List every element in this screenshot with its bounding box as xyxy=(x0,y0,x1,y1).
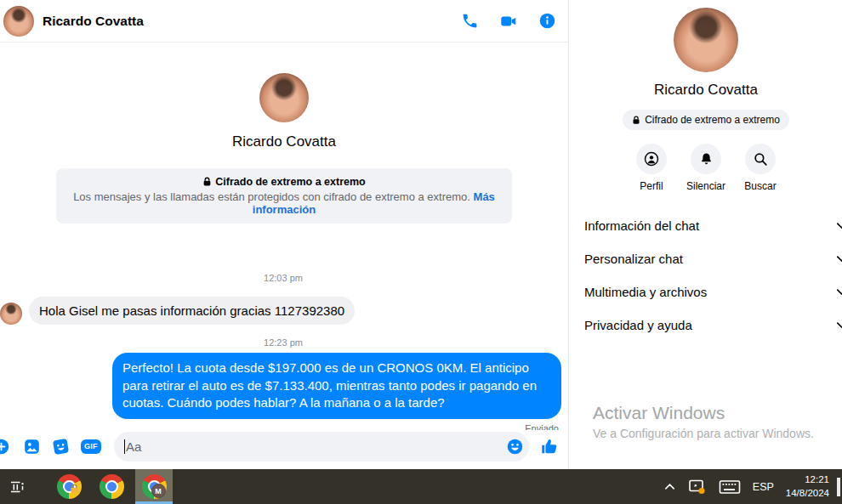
message-timestamp: 12:23 pm xyxy=(264,337,303,348)
windows-activation-watermark: Activar Windows Ve a Configuración para … xyxy=(593,403,814,440)
search-icon xyxy=(745,144,776,174)
video-call-icon xyxy=(499,12,518,31)
sticker-icon[interactable] xyxy=(52,438,70,456)
action-label: Silenciar xyxy=(686,180,725,192)
outgoing-message-bubble: Perfecto! La cuota desde $197.000 es de … xyxy=(112,353,561,419)
chat-header: Ricardo Covatta xyxy=(0,0,568,42)
open-more-actions-button[interactable] xyxy=(0,438,10,456)
show-desktop-button[interactable] xyxy=(837,478,840,496)
conversation-info-button[interactable] xyxy=(538,12,556,30)
chevron-down-icon xyxy=(835,252,842,265)
chat-title: Ricardo Covatta xyxy=(43,14,144,29)
action-label: Buscar xyxy=(744,180,776,192)
chevron-down-icon xyxy=(835,319,842,331)
profile-icon xyxy=(636,144,667,174)
contact-name: Ricardo Covatta xyxy=(232,133,336,150)
gif-picker-button[interactable]: GIF xyxy=(81,439,101,454)
info-menu: Información del chat Personalizar chat M… xyxy=(570,209,842,342)
messenger-app-window: Ricardo Covatta xyxy=(0,0,842,504)
encryption-badge-label: Cifrado de extremo a extremo xyxy=(645,114,780,126)
taskbar-chrome-profile2[interactable] xyxy=(93,469,130,504)
video-call-button[interactable] xyxy=(499,12,518,31)
tray-display-notification[interactable] xyxy=(682,469,713,504)
emoji-picker-icon[interactable] xyxy=(506,438,524,456)
menu-item-customize-chat[interactable]: Personalizar chat xyxy=(570,242,842,275)
lock-icon xyxy=(632,116,640,125)
chat-pane: Ricardo Covatta xyxy=(0,0,569,469)
menu-item-label: Privacidad y ayuda xyxy=(584,318,692,332)
profile-avatar xyxy=(674,8,738,72)
encryption-description: Los mensajes y las llamadas están proteg… xyxy=(73,190,470,203)
chrome-icon: M xyxy=(142,474,167,499)
clock-widget[interactable]: 12:21 14/8/2024 xyxy=(780,473,837,500)
search-action-button[interactable]: Buscar xyxy=(733,144,788,192)
chat-header-actions xyxy=(461,12,556,31)
phone-icon xyxy=(461,12,479,30)
menu-item-label: Personalizar chat xyxy=(584,252,683,266)
windows-taskbar: M ESP 12:21 14/8/2024 xyxy=(0,469,842,504)
mute-action-button[interactable]: Silenciar xyxy=(679,144,733,192)
menu-item-privacy-help[interactable]: Privacidad y ayuda xyxy=(570,309,842,342)
action-label: Perfil xyxy=(640,180,663,192)
menu-item-label: Información del chat xyxy=(584,218,699,233)
chevron-up-icon xyxy=(663,480,676,493)
tray-expand-button[interactable] xyxy=(657,469,682,504)
contact-avatar-large xyxy=(259,73,309,122)
watermark-subtitle: Ve a Configuración para activar Windows. xyxy=(593,427,814,440)
clock-time: 12:21 xyxy=(786,473,829,487)
touch-keyboard-icon[interactable] xyxy=(713,469,747,504)
message-status: Enviado xyxy=(525,423,561,430)
language-indicator[interactable]: ESP xyxy=(747,469,780,504)
contact-avatar xyxy=(3,6,34,37)
encryption-notice: Cifrado de extremo a extremo Los mensaje… xyxy=(56,168,512,224)
sender-avatar-small xyxy=(0,303,22,325)
info-icon xyxy=(538,12,556,30)
attach-photo-icon[interactable] xyxy=(23,438,41,456)
message-list: 12:03 pm Hola Gisel me pasas información… xyxy=(0,224,568,430)
mute-bell-icon xyxy=(691,144,721,174)
message-input[interactable] xyxy=(125,439,506,454)
profile-name: Ricardo Covatta xyxy=(654,82,758,99)
encryption-badge[interactable]: Cifrado de extremo a extremo xyxy=(623,110,789,130)
profile-actions: Perfil Silenciar Buscar xyxy=(624,144,788,192)
send-like-button[interactable] xyxy=(540,437,559,456)
taskbar-messenger-app-active[interactable]: M xyxy=(135,469,173,504)
chrome-icon xyxy=(57,474,82,499)
start-button[interactable] xyxy=(4,469,33,504)
incoming-message-row: Hola Gisel me pasas información gracias … xyxy=(5,297,561,325)
lock-icon xyxy=(202,177,212,187)
menu-item-label: Multimedia y archivos xyxy=(584,285,707,299)
message-input-container[interactable] xyxy=(114,432,529,462)
conversation-info-pane: Ricardo Covatta Cifrado de extremo a ext… xyxy=(570,0,842,469)
clock-date: 14/8/2024 xyxy=(786,487,829,501)
padlock-badge-icon xyxy=(70,482,79,497)
chrome-icon xyxy=(100,474,124,499)
taskbar-chrome-profile1[interactable] xyxy=(50,469,88,504)
chevron-down-icon xyxy=(835,286,842,298)
incoming-message-bubble: Hola Gisel me pasas información gracias … xyxy=(29,297,355,325)
chevron-down-icon xyxy=(835,219,842,232)
messenger-m-badge: M xyxy=(151,484,166,498)
start-icon xyxy=(9,477,29,497)
profile-action-button[interactable]: Perfil xyxy=(624,144,679,192)
watermark-title: Activar Windows xyxy=(593,403,814,423)
message-composer: GIF xyxy=(0,430,568,469)
encryption-title: Cifrado de extremo a extremo xyxy=(215,176,365,188)
conversation-scroll-area[interactable]: Ricardo Covatta Cifrado de extremo a ext… xyxy=(0,42,568,430)
menu-item-media-files[interactable]: Multimedia y archivos xyxy=(570,275,842,309)
menu-item-chat-info[interactable]: Información del chat xyxy=(570,209,842,242)
system-tray: ESP 12:21 14/8/2024 xyxy=(657,469,842,504)
monitor-icon xyxy=(688,479,707,496)
message-timestamp: 12:03 pm xyxy=(264,273,303,283)
voice-call-button[interactable] xyxy=(461,12,479,30)
